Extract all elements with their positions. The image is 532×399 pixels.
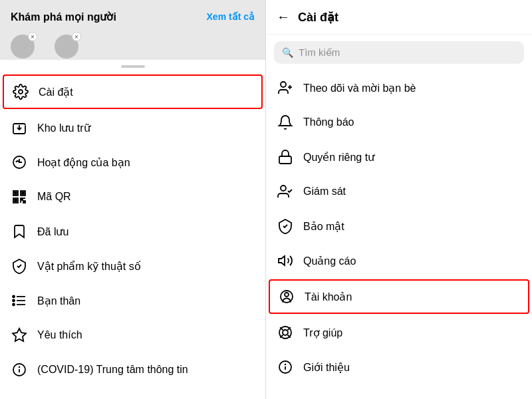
menu-item-ban-than[interactable]: Bạn thân — [0, 283, 265, 318]
search-icon: 🔍 — [282, 47, 293, 58]
sheet-handle — [0, 60, 265, 70]
menu-label-cai-dat: Cài đặt — [39, 86, 73, 98]
handle-bar — [121, 65, 145, 68]
archive-icon — [11, 119, 28, 136]
svg-rect-27 — [279, 156, 291, 164]
menu-item-vat-pham[interactable]: Vật phẩm kỹ thuật số — [0, 249, 265, 283]
settings-item-quyen-rieng-tu[interactable]: Quyền riêng tư — [266, 140, 532, 174]
settings-item-theo-doi[interactable]: Theo dõi và mời bạn bè — [266, 70, 532, 105]
explore-header: Khám phá mọi người Xem tất cả — [0, 0, 265, 33]
menu-label-da-luu: Đã lưu — [37, 225, 68, 238]
qr-icon — [11, 188, 28, 205]
menu-item-ma-qr[interactable]: Mã QR — [0, 180, 265, 214]
settings-item-bao-mat[interactable]: Bảo mật — [266, 209, 532, 243]
settings-item-thong-bao[interactable]: Thông báo — [266, 105, 532, 140]
settings-item-quang-cao[interactable]: Quảng cáo — [266, 243, 532, 278]
activity-icon — [11, 154, 28, 171]
avatar-2: × — [55, 35, 78, 59]
menu-list: Cài đặt Kho lưu trữ — [0, 70, 265, 399]
svg-point-31 — [285, 293, 289, 297]
star-icon — [11, 327, 28, 344]
search-bar[interactable]: 🔍 Tìm kiếm — [274, 41, 524, 64]
explore-link[interactable]: Xem tất cả — [207, 11, 255, 22]
avatars-row: × × — [0, 33, 265, 60]
settings-label-theo-doi: Theo dõi và mời bạn bè — [303, 82, 416, 94]
svg-rect-11 — [23, 201, 25, 203]
shield-check-icon — [11, 257, 28, 275]
settings-label-bao-mat: Bảo mật — [303, 220, 344, 233]
settings-label-gioi-thieu: Giới thiệu — [303, 361, 350, 374]
svg-point-0 — [19, 90, 23, 94]
menu-item-hoat-dong[interactable]: Hoạt động của bạn — [0, 145, 265, 180]
close-avatar-1-icon[interactable]: × — [28, 32, 37, 41]
menu-label-ma-qr: Mã QR — [37, 191, 71, 203]
gear-icon — [12, 83, 29, 100]
svg-point-24 — [281, 82, 286, 87]
info-circle-icon — [11, 361, 28, 378]
menu-label-vat-pham: Vật phẩm kỹ thuật số — [37, 260, 141, 273]
svg-marker-20 — [13, 329, 26, 341]
bell-icon — [277, 114, 294, 131]
settings-label-giam-sat: Giám sát — [303, 186, 346, 198]
close-avatar-2-icon[interactable]: × — [72, 32, 81, 41]
right-header: ← Cài đặt — [266, 0, 532, 35]
settings-label-thong-bao: Thông báo — [303, 116, 354, 128]
bookmark-icon — [11, 223, 28, 240]
right-header-title: Cài đặt — [298, 10, 338, 25]
menu-item-covid[interactable]: (COVID-19) Trung tâm thông tin — [0, 352, 265, 387]
back-button[interactable]: ← — [277, 9, 290, 25]
svg-point-19 — [13, 304, 15, 306]
search-placeholder: Tìm kiếm — [299, 47, 340, 59]
settings-label-quang-cao: Quảng cáo — [303, 255, 356, 267]
menu-item-da-luu[interactable]: Đã lưu — [0, 214, 265, 249]
star-list-icon — [11, 292, 28, 309]
svg-rect-7 — [22, 192, 24, 194]
svg-rect-8 — [15, 200, 17, 201]
settings-list: Theo dõi và mời bạn bè Thông báo Quyền r… — [266, 70, 532, 399]
explore-title: Khám phá mọi người — [11, 11, 116, 23]
settings-item-tai-khoan[interactable]: Tài khoản — [269, 279, 529, 314]
megaphone-icon — [277, 252, 294, 269]
svg-point-17 — [13, 296, 15, 298]
settings-item-tro-giup[interactable]: Trợ giúp — [266, 315, 532, 350]
svg-marker-29 — [279, 256, 285, 265]
shield-tick-icon — [277, 217, 294, 235]
svg-rect-6 — [15, 192, 17, 194]
menu-item-kho-luu-tru[interactable]: Kho lưu trữ — [0, 110, 265, 145]
menu-label-hoat-dong: Hoạt động của bạn — [37, 156, 130, 169]
settings-label-tro-giup: Trợ giúp — [303, 327, 342, 339]
menu-label-covid: (COVID-19) Trung tâm thông tin — [37, 364, 188, 376]
lock-icon — [277, 148, 294, 166]
left-panel: Khám phá mọi người Xem tất cả × × Cài đặ… — [0, 0, 266, 399]
svg-point-28 — [281, 186, 286, 191]
settings-item-gioi-thieu[interactable]: Giới thiệu — [266, 350, 532, 384]
menu-item-cai-dat[interactable]: Cài đặt — [3, 74, 263, 109]
menu-label-ban-than: Bạn thân — [37, 295, 80, 307]
svg-point-33 — [283, 330, 288, 335]
settings-label-tai-khoan: Tài khoản — [305, 291, 352, 303]
avatar-1: × — [11, 35, 35, 59]
menu-item-yeu-thich[interactable]: Yêu thích — [0, 318, 265, 352]
menu-label-kho-luu-tru: Kho lưu trữ — [37, 122, 90, 134]
settings-label-quyen-rieng-tu: Quyền riêng tư — [303, 151, 374, 164]
life-ring-icon — [277, 324, 294, 341]
svg-point-18 — [13, 300, 15, 302]
person-check-icon — [277, 183, 294, 200]
person-circle-icon — [278, 288, 295, 305]
person-add-icon — [277, 79, 294, 96]
menu-label-yeu-thich: Yêu thích — [37, 329, 82, 341]
svg-rect-10 — [21, 198, 23, 200]
settings-item-giam-sat[interactable]: Giám sát — [266, 174, 532, 209]
info-icon — [277, 358, 294, 376]
right-panel: ← Cài đặt 🔍 Tìm kiếm Theo dõi và mời bạn… — [266, 0, 532, 399]
